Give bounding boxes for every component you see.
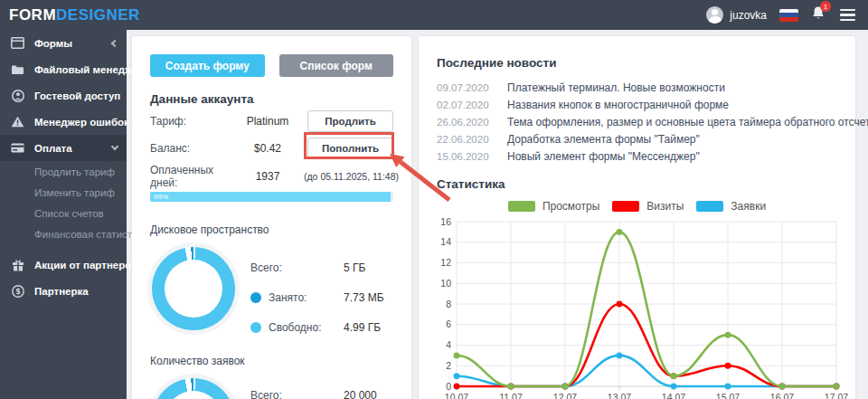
svg-text:16: 16 — [440, 216, 451, 227]
statistics-line-chart: 10.0711.0712.0713.0714.0715.0716.0717.07… — [437, 214, 841, 399]
paid-days-note: (до 05.11.2025, 11:48) — [304, 171, 399, 182]
svg-text:16.07: 16.07 — [770, 392, 794, 399]
file-manager-icon — [10, 64, 25, 75]
disk-space-title: Дисковое пространство — [150, 223, 393, 236]
sidebar-subitem-change-tariff[interactable]: Изменить тариф — [0, 182, 127, 203]
username[interactable]: juzovka — [730, 9, 767, 22]
requests-total-value: 20 000 — [344, 389, 377, 399]
notifications-button[interactable]: 1 — [811, 5, 826, 24]
svg-text:14.07: 14.07 — [662, 392, 685, 399]
disk-total-row: Всего: 5 ГБ — [250, 252, 393, 282]
balance-value: $0.42 — [231, 142, 304, 155]
svg-text:6: 6 — [446, 318, 451, 329]
tariff-row: Тариф: Platinum Продлить — [150, 109, 393, 133]
sidebar-item-file-manager[interactable]: Файловый менеджер — [0, 56, 127, 82]
news-link[interactable]: Тема оформления, размер и основные цвета… — [507, 116, 868, 128]
sidebar: Формы Файловый менеджер Гостевой доступ … — [0, 30, 127, 399]
svg-text:$: $ — [15, 288, 21, 296]
svg-text:12: 12 — [440, 257, 451, 268]
paid-days-progressbar: 99% — [150, 192, 393, 202]
sidebar-item-error-manager[interactable]: Менеджер ошибок — [0, 109, 127, 135]
news-date: 22.06.2020 — [437, 134, 493, 145]
sidebar-subitem-prolong-tariff[interactable]: Продлить тариф — [0, 161, 127, 182]
statistics-heading: Статистика — [437, 177, 837, 191]
logo-designer: DESIGNER — [56, 6, 140, 24]
news-link[interactable]: Платежный терминал. Новые возможности — [507, 81, 725, 94]
form-list-button[interactable]: Список форм — [279, 54, 394, 77]
sidebar-item-forms[interactable]: Формы — [0, 30, 127, 56]
requests-donut-chart — [152, 378, 235, 399]
legend-visits: Визиты — [612, 200, 684, 213]
news-date: 09.07.2020 — [437, 82, 493, 93]
news-date: 26.06.2020 — [437, 117, 493, 128]
svg-text:15.07: 15.07 — [716, 392, 740, 399]
app-logo[interactable]: FORMDESIGNER — [9, 6, 140, 24]
balance-label: Баланс: — [150, 142, 231, 155]
chevron-left-icon — [111, 39, 118, 46]
user-avatar[interactable] — [706, 6, 723, 24]
visits-swatch — [612, 201, 639, 212]
gift-icon — [10, 259, 25, 271]
svg-text:8: 8 — [446, 299, 451, 309]
paid-days-label: Оплаченных дней: — [150, 164, 231, 189]
account-heading: Данные аккаунта — [150, 92, 393, 106]
svg-text:2: 2 — [446, 360, 451, 371]
legend-requests: Заявки — [696, 200, 766, 213]
news-item: 26.06.2020 Тема оформления, размер и осн… — [437, 113, 837, 130]
svg-text:14: 14 — [440, 236, 451, 247]
news-link[interactable]: Доработка элемента формы "Таймер" — [507, 133, 700, 146]
language-flag-russia[interactable] — [779, 9, 798, 22]
news-item: 09.07.2020 Платежный терминал. Новые воз… — [437, 79, 837, 96]
menu-toggle-icon[interactable] — [838, 7, 857, 24]
paid-days-row: Оплаченных дней: 1937 (до 05.11.2025, 11… — [150, 169, 393, 184]
news-link[interactable]: Названия кнопок в многостраничной форме — [507, 99, 729, 111]
news-item: 22.06.2020 Доработка элемента формы "Тай… — [437, 130, 837, 147]
disk-donut-chart — [152, 247, 235, 330]
requests-title: Количество заявок — [150, 355, 393, 367]
chevron-down-icon — [111, 143, 118, 150]
svg-text:12.07: 12.07 — [553, 392, 577, 399]
sidebar-item-guest-access[interactable]: Гостевой доступ — [0, 82, 127, 109]
account-card: Создать форму Список форм Данные аккаунт… — [132, 36, 411, 399]
disk-used-row: Занято: 7.73 МБ — [250, 282, 393, 312]
guest-access-icon — [10, 90, 25, 102]
forms-icon — [10, 37, 25, 49]
sidebar-item-partner-promotions[interactable]: Акции от партнеров — [0, 252, 127, 278]
svg-text:17.07: 17.07 — [825, 392, 848, 399]
prolong-button[interactable]: Продлить — [307, 110, 393, 132]
svg-text:13.07: 13.07 — [608, 392, 631, 399]
news-heading: Последние новости — [437, 56, 837, 70]
topup-button[interactable]: Пополнить — [307, 138, 393, 159]
news-card: Последние новости 09.07.2020 Платежный т… — [419, 36, 855, 399]
free-dot — [250, 322, 261, 333]
news-date: 02.07.2020 — [437, 100, 493, 110]
svg-text:10: 10 — [440, 278, 451, 289]
sidebar-subitem-invoice-list[interactable]: Список счетов — [0, 203, 127, 223]
disk-used-value: 7.73 МБ — [344, 291, 384, 304]
disk-total-value: 5 ГБ — [344, 261, 365, 274]
tariff-value: Platinum — [231, 115, 304, 128]
payment-icon — [10, 143, 25, 153]
error-manager-icon — [10, 116, 25, 128]
sidebar-item-payment[interactable]: Оплата — [0, 135, 127, 161]
sidebar-item-affiliate[interactable]: $ Партнерка — [0, 278, 127, 304]
svg-text:11.07: 11.07 — [499, 392, 523, 399]
requests-swatch — [696, 201, 723, 212]
create-form-button[interactable]: Создать форму — [150, 54, 265, 77]
tariff-label: Тариф: — [150, 115, 231, 128]
dollar-circle-icon: $ — [10, 285, 25, 298]
news-link[interactable]: Новый элемент формы "Мессенджер" — [507, 150, 700, 163]
app-header: FORMDESIGNER juzovka 1 — [0, 0, 868, 30]
legend-views: Просмотры — [508, 200, 599, 213]
sidebar-subitem-financial-statistics[interactable]: Финансовая статистика — [0, 223, 127, 244]
news-date: 15.06.2020 — [437, 151, 493, 162]
requests-total-row: Всего: 20 000 — [250, 384, 393, 399]
logo-form: FORM — [9, 6, 56, 24]
disk-free-value: 4.99 ГБ — [344, 321, 381, 334]
chart-legend: Просмотры Визиты Заявки — [437, 200, 837, 213]
views-swatch — [508, 201, 535, 212]
svg-text:0: 0 — [446, 381, 451, 392]
progress-fill: 99% — [150, 192, 391, 202]
balance-row: Баланс: $0.42 Пополнить — [150, 137, 393, 160]
notification-badge: 1 — [820, 1, 831, 12]
